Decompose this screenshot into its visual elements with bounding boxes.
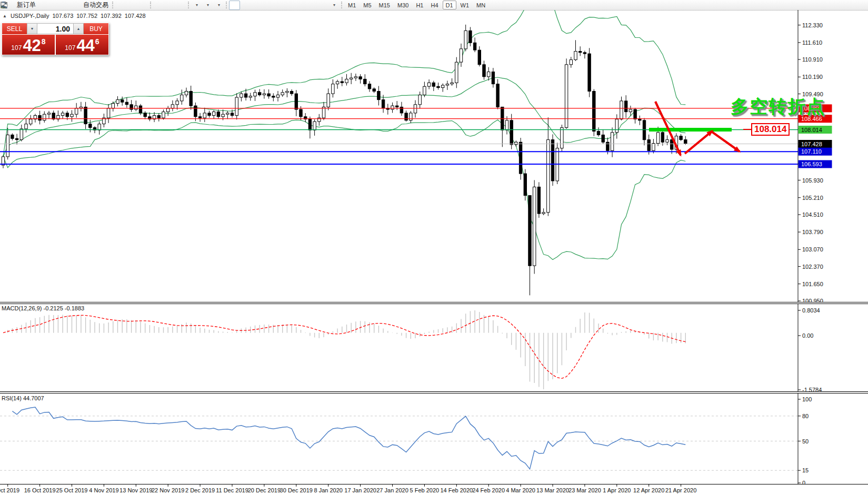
candle-body bbox=[61, 113, 64, 116]
line-chart-button[interactable] bbox=[137, 1, 148, 10]
text-button[interactable]: A bbox=[306, 1, 317, 10]
sell-price-box[interactable]: 107 42 8 bbox=[2, 35, 56, 55]
price-badge-label: 107.110 bbox=[801, 148, 822, 155]
volume-decrease-button[interactable]: ▼ bbox=[27, 23, 37, 34]
candle-body bbox=[542, 213, 545, 214]
candle-body bbox=[432, 83, 435, 86]
horizontal-line-button[interactable] bbox=[262, 1, 273, 10]
trendline-button[interactable] bbox=[273, 1, 284, 10]
signals-button[interactable] bbox=[60, 1, 71, 10]
buy-button[interactable]: BUY bbox=[84, 23, 108, 34]
zoom-in-button[interactable] bbox=[153, 1, 164, 10]
candle-body bbox=[157, 116, 160, 118]
price-tick-label: 103.070 bbox=[802, 246, 823, 252]
symbol-period: USDJPY-,Daily bbox=[11, 13, 49, 19]
templates-dropdown[interactable]: ▾ bbox=[213, 1, 224, 10]
bar-chart-button[interactable] bbox=[115, 1, 126, 10]
price-tick-label: 100.950 bbox=[802, 298, 823, 302]
new-order-label[interactable]: 新订单 bbox=[17, 1, 36, 9]
equidistant-channel-button[interactable]: E bbox=[284, 1, 295, 10]
candle-body bbox=[181, 95, 183, 101]
volume-input[interactable] bbox=[37, 23, 73, 34]
new-chart-dropdown[interactable]: ▾ bbox=[191, 1, 202, 10]
trend-arrow[interactable] bbox=[712, 132, 740, 151]
chat-icon bbox=[0, 1, 8, 9]
autotrade-button[interactable] bbox=[71, 1, 82, 10]
timeframe-button-M5[interactable]: M5 bbox=[360, 1, 374, 9]
candle-body bbox=[135, 106, 137, 109]
periods-dropdown[interactable]: ▾ bbox=[202, 1, 213, 10]
date-label: 12 Apr 2020 bbox=[633, 487, 664, 493]
autotrade-label[interactable]: 自动交易 bbox=[83, 1, 108, 9]
candle-body bbox=[194, 106, 197, 117]
macd-tick-label: 0.8034 bbox=[802, 307, 820, 314]
vertical-line-button[interactable] bbox=[251, 1, 262, 10]
price-tick-label: 102.370 bbox=[802, 264, 823, 270]
price-tick-label: 110.910 bbox=[802, 56, 823, 63]
macd-pane[interactable]: 0.80340.00-1.5784 bbox=[0, 304, 868, 391]
one-click-collapse-icon[interactable]: ▲ bbox=[3, 14, 7, 18]
candle-body bbox=[162, 112, 165, 118]
trend-arrow[interactable] bbox=[685, 131, 712, 154]
one-click-trade-panel: SELL ▼ ▲ BUY 107 42 8 107 44 6 bbox=[2, 23, 109, 55]
arrows-dropdown[interactable]: ▾ bbox=[328, 1, 340, 10]
timeframe-button-M30[interactable]: M30 bbox=[394, 1, 412, 9]
time-axis[interactable]: Oct 201916 Oct 201925 Oct 20194 Nov 2019… bbox=[0, 484, 868, 495]
price-tag-annotation[interactable]: 108.014 bbox=[751, 123, 790, 136]
zoom-out-button[interactable] bbox=[164, 1, 175, 10]
date-label: 30 Dec 2019 bbox=[280, 487, 313, 493]
macd-label: MACD(12,26,9) -0.2125 -0.1883 bbox=[2, 305, 84, 311]
candle-body bbox=[25, 124, 27, 129]
timeframe-button-M1[interactable]: M1 bbox=[345, 1, 359, 9]
data-window-button[interactable] bbox=[49, 1, 60, 10]
candle-body bbox=[629, 109, 632, 112]
cursor-button[interactable] bbox=[229, 1, 240, 10]
candle-body bbox=[263, 94, 265, 95]
price-badge-label: 106.593 bbox=[801, 161, 822, 167]
candle-body bbox=[300, 109, 302, 117]
timeframe-button-MN[interactable]: MN bbox=[473, 1, 488, 9]
candle-body bbox=[442, 85, 444, 88]
search-button[interactable] bbox=[843, 1, 854, 10]
support-zone-bar[interactable] bbox=[649, 128, 732, 132]
buy-price-box[interactable]: 107 44 6 bbox=[56, 35, 108, 55]
fibonacci-button[interactable]: F bbox=[295, 1, 306, 10]
candle-body bbox=[295, 94, 297, 109]
mt4-window: 新订单 自动交易 bbox=[0, 0, 868, 495]
timeframe-button-M15[interactable]: M15 bbox=[376, 1, 393, 9]
candle-body bbox=[680, 136, 682, 140]
chat-button[interactable] bbox=[854, 1, 865, 10]
market-watch-button[interactable] bbox=[38, 1, 49, 10]
date-label: 14 Feb 2020 bbox=[440, 487, 473, 493]
candlestick-chart-button[interactable] bbox=[126, 1, 137, 10]
candle-body bbox=[322, 107, 325, 118]
buy-price-small: 107 bbox=[65, 44, 75, 52]
turning-point-annotation[interactable]: 多空转折点 bbox=[731, 95, 825, 119]
candle-body bbox=[139, 106, 142, 113]
date-label: 13 Mar 2020 bbox=[536, 487, 569, 493]
volume-increase-button[interactable]: ▲ bbox=[73, 23, 84, 34]
timeframe-button-H1[interactable]: H1 bbox=[413, 1, 426, 9]
date-label: 22 Nov 2019 bbox=[152, 487, 184, 493]
tile-windows-button[interactable] bbox=[175, 1, 186, 10]
rsi-pane[interactable]: 1008050150 bbox=[0, 393, 868, 484]
candle-body bbox=[327, 94, 330, 107]
candle-body bbox=[574, 52, 577, 60]
timeframe-button-W1[interactable]: W1 bbox=[457, 1, 473, 9]
crosshair-button[interactable] bbox=[240, 1, 251, 10]
rsi-line bbox=[12, 407, 685, 469]
pane-separator[interactable] bbox=[0, 391, 868, 393]
timeframe-button-D1[interactable]: D1 bbox=[443, 1, 456, 9]
price-badge-label: 107.428 bbox=[801, 141, 822, 147]
text-label-button[interactable]: T bbox=[317, 1, 328, 10]
timeframe-button-H4[interactable]: H4 bbox=[427, 1, 441, 9]
sell-button[interactable]: SELL bbox=[2, 23, 27, 34]
candle-body bbox=[391, 106, 394, 109]
candle-body bbox=[368, 84, 371, 89]
pane-separator[interactable] bbox=[0, 302, 868, 304]
price-tick-label: 101.650 bbox=[802, 281, 823, 287]
date-label: 8 Jan 2020 bbox=[314, 487, 342, 493]
ohlc-open: 107.673 bbox=[52, 13, 73, 19]
main-chart-pane[interactable]: 112.330111.610110.910110.190109.490108.7… bbox=[0, 10, 868, 302]
candle-body bbox=[418, 95, 421, 104]
